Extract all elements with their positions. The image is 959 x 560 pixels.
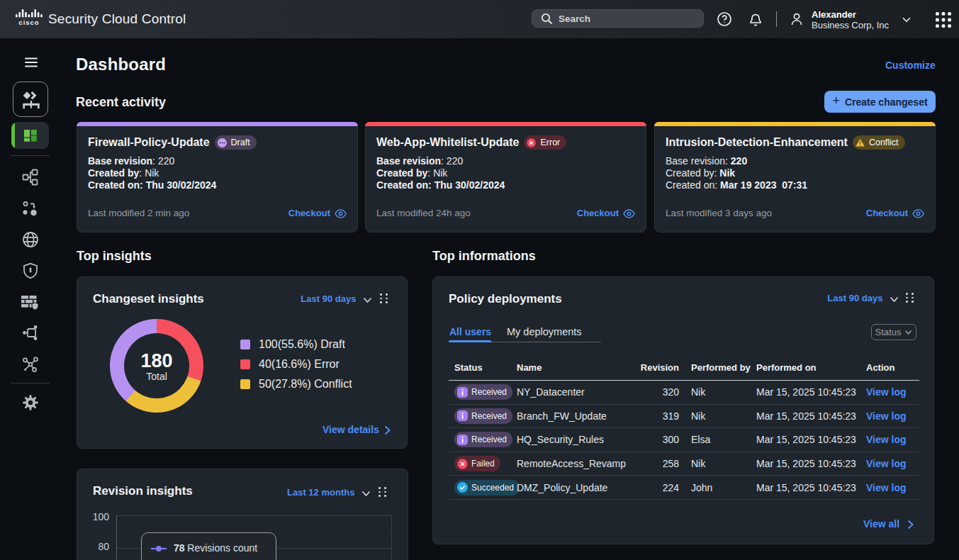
svg-text:cisco: cisco: [18, 18, 39, 26]
